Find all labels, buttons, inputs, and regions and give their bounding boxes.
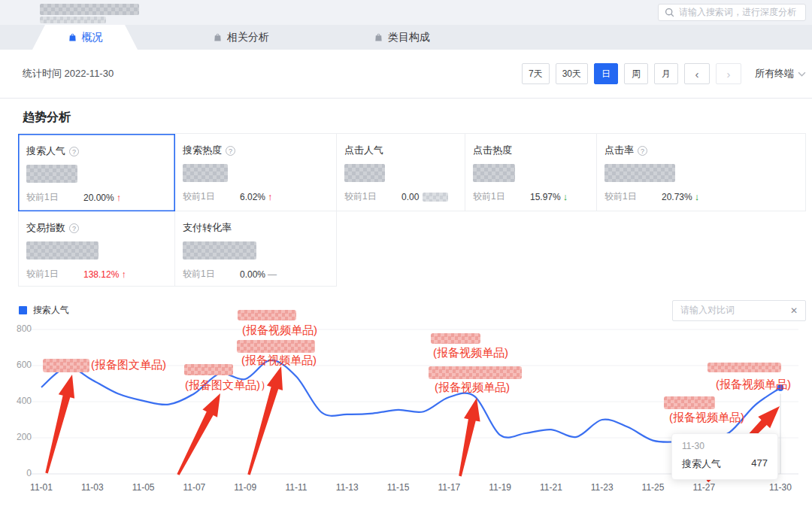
y-axis-tick: 200 [8,432,32,442]
stat-time-label: 统计时间 2022-11-30 [23,67,114,80]
x-axis-tick: 11-25 [633,482,674,493]
card-title: 搜索人气 [26,144,65,158]
period-button-7天[interactable]: 7天 [522,63,550,84]
compare-label: 较前1日 [183,268,240,281]
compare-word-input[interactable]: 请输入对比词 ✕ [672,300,806,321]
metric-cards: 搜索人气?较前1日20.00% ↑搜索热度?较前1日6.02% ↑点击人气较前1… [18,133,806,287]
up-arrow-icon: ↑ [121,269,126,280]
logo-blur-line1 [40,4,139,15]
logo-blur-line2 [40,17,106,23]
chart-legend-row: 搜索人气 请输入对比词 ✕ [0,299,812,321]
y-axis-tick: 600 [8,360,32,370]
chart-tooltip: 11-30 搜索人气 477 [671,433,778,480]
legend-label: 搜索人气 [33,304,69,317]
bag-icon [374,32,383,42]
period-button-月[interactable]: 月 [654,63,678,84]
annotation-text: (报备视频单品) [716,378,791,391]
annotation-text: (报备视频单品) [433,346,508,360]
compare-label: 较前1日 [26,191,83,204]
annotation-blurred-keyword [664,396,715,409]
x-axis-tick: 11-21 [531,482,571,493]
trend-chart: 11-30 搜索人气 477 020040060080011-0111-0311… [0,321,812,516]
metric-card-6[interactable]: 交易指数?较前1日138.12% ↑ [18,211,175,287]
annotation-text: (报备视频单品) [435,381,510,394]
tooltip-series-name: 搜索人气 [682,457,721,471]
metric-card-5[interactable]: 点击率?较前1日20.73% ↓ [597,134,806,211]
x-axis-tick: 11-07 [174,482,214,493]
x-axis-tick: 11-19 [480,482,520,493]
period-button-周[interactable]: 周 [624,63,648,84]
metric-card-2[interactable]: 搜索热度?较前1日6.02% ↑ [175,134,337,211]
legend-swatch [19,306,27,314]
metric-card-4[interactable]: 点击热度较前1日15.97% ↓ [465,134,597,211]
analytics-page: 请输入搜索词，进行深度分析 概况相关分析类目构成 统计时间 2022-11-30… [0,0,812,516]
search-input[interactable]: 请输入搜索词，进行深度分析 [658,4,806,21]
annotation-arrow [459,398,480,476]
prev-period-button[interactable]: ‹ [684,63,710,84]
blurred-value [26,241,98,260]
up-arrow-icon: ↑ [268,191,273,202]
period-button-日[interactable]: 日 [594,63,618,84]
compare-label: 较前1日 [604,190,662,203]
annotation-arrow [177,393,220,475]
change-value: 0.00% — [240,269,277,280]
up-arrow-icon: ↑ [117,192,122,203]
annotation-blurred-keyword [431,333,480,344]
annotation-text: (报备视频单品) [669,411,744,424]
change-value: 0.00 [401,192,448,202]
help-icon[interactable]: ? [226,146,235,156]
change-value: 15.97% ↓ [530,191,568,202]
x-axis-tick: 11-03 [72,482,113,493]
change-value: 20.00% ↑ [83,192,121,203]
tab-2[interactable]: 相关分析 [213,25,269,50]
top-bar: 请输入搜索词，进行深度分析 [0,0,812,25]
x-axis-tick: 11-15 [378,482,419,493]
legend-item[interactable]: 搜索人气 [19,304,69,317]
tab-3[interactable]: 类目构成 [374,25,430,50]
x-axis-tick: 11-01 [21,482,62,493]
period-button-30天[interactable]: 30天 [556,63,588,84]
annotation-blurred-keyword [707,363,781,372]
terminal-dropdown[interactable]: 所有终端 [755,67,806,80]
down-arrow-icon: ↓ [563,191,568,202]
flat-dash-icon: — [268,269,277,280]
annotation-blurred-keyword [184,364,233,375]
tab-bar: 概况相关分析类目构成 [0,25,812,50]
date-controls: 7天30天日周月‹›所有终端 [522,63,806,84]
metric-card-3[interactable]: 点击人气较前1日0.00 [337,134,465,211]
compare-label: 较前1日 [473,190,530,203]
x-axis-tick: 11-11 [276,482,317,493]
card-title: 点击人气 [344,144,383,157]
top-strip: 请输入搜索词，进行深度分析 概况相关分析类目构成 [0,0,812,50]
y-axis-tick: 0 [8,468,32,478]
close-icon[interactable]: ✕ [790,305,798,316]
bag-icon [68,32,77,42]
tab-1[interactable]: 概况 [32,25,138,50]
blurred-value [26,165,77,183]
change-value: 6.02% ↑ [240,191,273,202]
help-icon[interactable]: ? [638,146,647,156]
x-axis-tick: 11-27 [683,482,724,493]
help-icon[interactable]: ? [69,223,79,233]
x-axis-tick: 11-05 [123,482,164,493]
chevron-down-icon [798,71,806,77]
help-icon[interactable]: ? [69,147,79,156]
x-axis-tick: 11-30 [760,482,801,493]
metric-card-7[interactable]: 支付转化率较前1日0.00% — [175,211,337,287]
blurred-value [473,164,515,182]
card-title: 搜索热度 [183,144,222,157]
bag-icon [213,32,223,42]
metric-card-1[interactable]: 搜索人气?较前1日20.00% ↑ [18,134,175,211]
compare-placeholder: 请输入对比词 [680,304,735,317]
blurred-value [604,164,675,182]
next-period-button: › [716,63,741,84]
annotation-text: (报备图文单品) [91,358,166,372]
app-logo-blurred [40,4,139,23]
blurred-value [344,164,385,182]
search-icon [665,8,674,17]
toolbar: 统计时间 2022-11-30 7天30天日周月‹›所有终端 [0,50,812,98]
x-axis-tick: 11-17 [429,482,469,493]
card-title: 交易指数 [26,221,65,235]
annotation-arrow [45,375,74,474]
x-axis-tick: 11-09 [225,482,265,493]
